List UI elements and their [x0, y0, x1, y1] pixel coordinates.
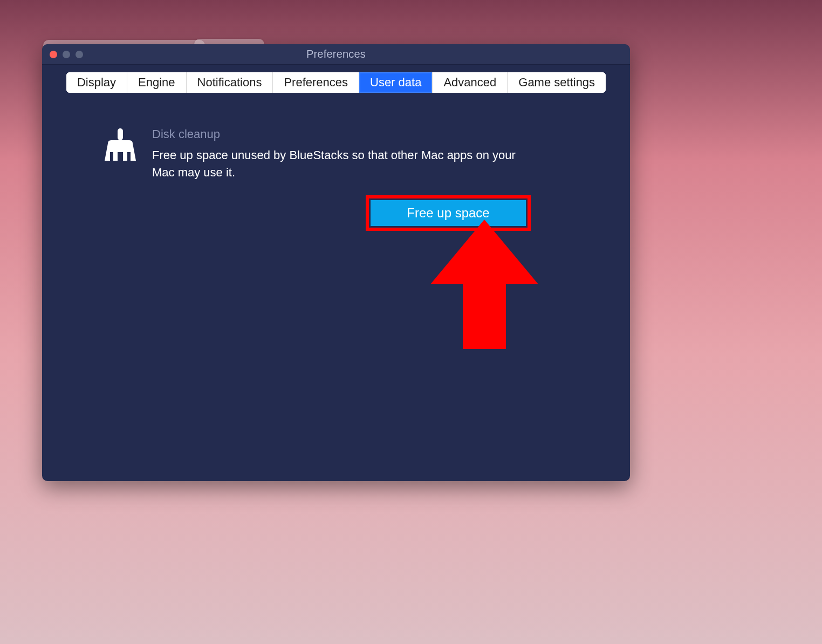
svg-marker-1 [430, 220, 538, 349]
tab-preferences[interactable]: Preferences [273, 72, 359, 93]
zoom-window-icon[interactable] [76, 51, 83, 58]
window-controls [50, 51, 83, 58]
annotation-highlight-box: Free up space [366, 195, 531, 231]
tabbar: DisplayEngineNotificationsPreferencesUse… [66, 72, 606, 93]
annotation-arrow-up-icon [430, 220, 538, 357]
free-up-space-button[interactable]: Free up space [371, 200, 526, 226]
section-title: Disk cleanup [152, 127, 540, 141]
svg-rect-0 [118, 128, 123, 140]
tab-notifications[interactable]: Notifications [187, 72, 273, 93]
section-description: Free up space unused by BlueStacks so th… [152, 147, 540, 181]
disk-cleanup-section: Disk cleanup Free up space unused by Blu… [101, 127, 571, 181]
broom-cleanup-icon [101, 127, 139, 167]
minimize-window-icon[interactable] [63, 51, 70, 58]
section-text: Disk cleanup Free up space unused by Blu… [152, 127, 540, 181]
titlebar: Preferences [42, 44, 630, 65]
preferences-dialog: Preferences DisplayEngineNotificationsPr… [42, 44, 630, 481]
content-area: Disk cleanup Free up space unused by Blu… [42, 93, 630, 231]
tab-advanced[interactable]: Advanced [433, 72, 508, 93]
tab-userdata[interactable]: User data [359, 72, 433, 93]
tabbar-container: DisplayEngineNotificationsPreferencesUse… [42, 65, 630, 93]
tab-gamesettings[interactable]: Game settings [508, 72, 606, 93]
close-window-icon[interactable] [50, 51, 57, 58]
window-title: Preferences [306, 48, 366, 60]
action-row: Free up space [366, 195, 571, 231]
tab-display[interactable]: Display [66, 72, 127, 93]
tab-engine[interactable]: Engine [127, 72, 187, 93]
